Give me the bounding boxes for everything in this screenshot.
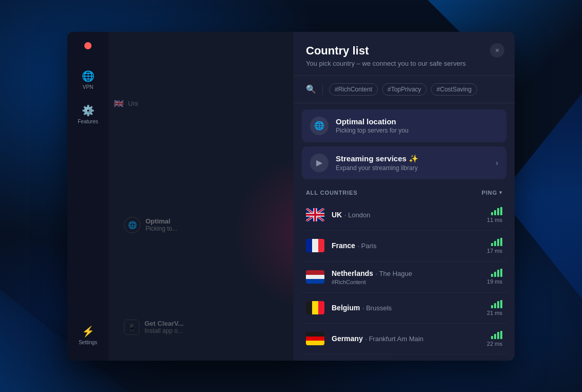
optimal-subtitle: Picking top servers for you [336,127,498,134]
ping-sort-label: PING [482,190,497,196]
panel-header: Country list You pick country – we conne… [294,32,515,76]
sidebar-settings-label: Settings [79,340,97,345]
main-install-title: Get ClearV... [144,320,184,327]
panel-title: Country list [306,44,502,58]
bar4 [500,331,502,339]
ping-bars-netherlands [491,269,502,277]
country-city-netherlands: · The Hague [375,270,412,277]
country-item-germany[interactable]: Germany · Frankfurt Am Main 22 ms [300,324,508,354]
flag-belgium [306,301,324,314]
bar1 [491,336,493,339]
sidebar-vpn-label: VPN [83,84,94,90]
bar3 [497,239,499,246]
main-optimal-subtitle: Picking to... [146,225,177,232]
app-window: 🌐 VPN ⚙️ Features ⚡ Settings 🇬🇧 Uni 🌐 [67,32,515,361]
ping-sort-button[interactable]: PING ▾ [482,190,502,196]
section-header: ALL COUNTRIES PING ▾ [294,185,515,200]
bar3 [497,208,499,215]
countries-list: UK · London 11 ms [294,200,515,361]
bar4 [500,207,502,215]
main-optimal-title: Optimal [146,217,177,225]
streaming-title: Streaming services ✨ [336,154,488,163]
sidebar-bottom: ⚡ Settings [72,320,103,350]
country-item-belgium[interactable]: Belgium · Brussels 21 ms [300,293,508,324]
main-country-text: Uni [128,100,138,107]
flag-france [306,239,324,252]
country-name-text-netherlands: Netherlands [332,269,373,277]
special-item-streaming[interactable]: ▶ Streaming services ✨ Expand your strea… [302,146,506,179]
streaming-subtitle: Expand your streaming library [336,164,488,172]
optimal-text: Optimal location Picking top servers for… [336,117,498,134]
country-info-belgium: Belgium · Brussels [332,303,480,312]
bar2 [494,272,496,277]
bar1 [491,274,493,277]
ping-ms-uk: 11 ms [487,217,502,223]
bar3 [497,301,499,308]
svg-rect-5 [306,275,324,279]
sidebar-features-label: Features [78,119,98,124]
search-tags: #RichContent #TopPrivacy #CostSaving [329,83,477,96]
country-name-text-france: France [332,241,355,250]
search-icon: 🔍 [306,84,316,94]
sidebar-item-settings[interactable]: ⚡ Settings [72,320,103,350]
sidebar: 🌐 VPN ⚙️ Features ⚡ Settings [67,32,108,361]
settings-icon: ⚡ [82,325,95,338]
bar1 [491,212,493,215]
bar4 [500,238,502,246]
ping-indicator-netherlands: 19 ms [487,269,502,285]
ping-ms-netherlands: 19 ms [487,278,502,285]
tag-costsaving[interactable]: #CostSaving [431,83,477,96]
tag-topprivacy[interactable]: #TopPrivacy [382,83,427,96]
sidebar-item-features[interactable]: ⚙️ Features [72,99,103,129]
bar1 [491,305,493,308]
main-install-text-area: Get ClearV... Install app o... [144,320,184,334]
streaming-arrow-icon: › [496,159,498,167]
close-button[interactable]: × [490,43,504,58]
svg-rect-6 [306,279,324,284]
main-optimal-item[interactable]: 🌐 Optimal Picking to... [124,217,177,233]
country-item-france[interactable]: France · Paris 17 ms [300,231,508,262]
bar3 [497,332,499,339]
ping-ms-france: 17 ms [487,248,502,254]
flag-germany [306,332,324,345]
country-name-netherlands: Netherlands · The Hague [332,269,480,278]
country-city-uk: · London [344,211,371,219]
bar2 [494,241,496,246]
country-item-spain[interactable]: Spain · Madrid [300,354,508,361]
country-panel: Country list You pick country – we conne… [294,32,515,361]
main-install-item[interactable]: 📱 Get ClearV... Install app o... [124,320,184,335]
country-city-france: · Paris [357,242,376,250]
country-tag-netherlands: #RichContent [332,279,480,285]
svg-rect-9 [318,301,324,314]
flag-uk [306,208,324,221]
country-name-france: France · Paris [332,241,480,250]
country-name-text-belgium: Belgium [332,304,360,312]
special-item-optimal[interactable]: 🌐 Optimal location Picking top servers f… [302,109,506,142]
tag-richcontent[interactable]: #RichContent [329,83,378,96]
ping-indicator-uk: 11 ms [487,207,502,223]
close-icon: × [495,46,499,54]
sidebar-nav: 🌐 VPN ⚙️ Features [72,65,103,320]
bar4 [500,300,502,308]
ping-bars-germany [491,331,502,339]
search-bar: 🔍 #RichContent #TopPrivacy #CostSaving [294,76,515,103]
streaming-icon: ▶ [310,154,329,172]
svg-rect-8 [312,301,318,314]
country-info-netherlands: Netherlands · The Hague #RichContent [332,269,480,285]
svg-rect-2 [312,239,318,252]
svg-rect-12 [306,341,324,345]
bar2 [494,334,496,339]
main-install-subtitle: Install app o... [144,327,184,334]
sidebar-item-vpn[interactable]: 🌐 VPN [72,65,103,95]
country-item-netherlands[interactable]: Netherlands · The Hague #RichContent 19 [300,262,508,293]
svg-rect-3 [318,239,324,252]
ping-indicator-belgium: 21 ms [487,300,502,316]
country-item-uk[interactable]: UK · London 11 ms [300,200,508,231]
country-info-france: France · Paris [332,241,480,250]
optimal-icon: 🌐 [310,117,329,135]
traffic-light-close[interactable] [84,42,92,49]
special-items: 🌐 Optimal location Picking top servers f… [294,103,515,185]
country-info-germany: Germany · Frankfurt Am Main [332,334,480,343]
gear-icon: ⚙️ [82,104,95,117]
ping-bars-belgium [491,300,502,308]
